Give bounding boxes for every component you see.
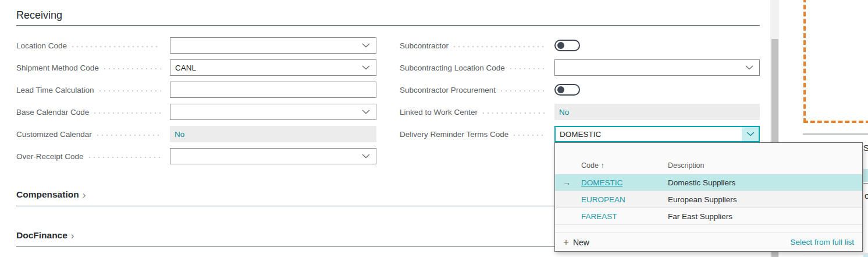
toggle-knob: [557, 42, 564, 49]
field-row-delivery-reminder-terms-code: Delivery Reminder Terms Code DOMESTIC: [400, 126, 760, 142]
location-code-label: Location Code: [16, 41, 67, 50]
clipped-divider-fragment: [863, 183, 868, 184]
shipment-method-code-combobox[interactable]: CANL: [170, 59, 376, 76]
dotted-leader: [104, 68, 161, 69]
select-from-full-list-link[interactable]: Select from full list: [790, 238, 854, 247]
row-code-link[interactable]: DOMESTIC: [581, 178, 622, 187]
dotted-leader: [483, 112, 545, 114]
dotted-leader: [94, 112, 161, 114]
orange-dashed-highlight-border: [803, 0, 868, 123]
toggle-knob: [557, 86, 564, 93]
clipped-factbox-text: St: [863, 143, 868, 153]
row-code-link[interactable]: EUROPEAN: [581, 195, 625, 204]
shipment-method-code-label: Shipment Method Code: [16, 64, 99, 72]
receiving-left-column: Location Code Shipment Method Code CANL …: [16, 37, 376, 170]
field-row-customized-calendar: Customized Calendar No: [16, 126, 376, 142]
new-button[interactable]: + New: [563, 237, 589, 248]
subcontractor-label: Subcontractor: [400, 41, 449, 50]
lookup-row-fareast[interactable]: FAREAST Far East Suppliers: [555, 208, 862, 225]
description-column-header[interactable]: Description: [668, 161, 862, 170]
delivery-reminder-terms-lookup-dropdown: Code ↑ Description → DOMESTIC Domestic S…: [554, 142, 863, 252]
clipped-factbox-text: o: [865, 191, 868, 200]
subcontracting-location-code-combobox[interactable]: [554, 59, 760, 76]
subcontractor-procurement-toggle[interactable]: [554, 84, 580, 96]
chevron-down-icon[interactable]: [362, 43, 370, 48]
factbox-divider-line: [803, 133, 868, 135]
field-row-subcontracting-location-code: Subcontracting Location Code: [400, 59, 760, 76]
chevron-right-icon: ›: [83, 189, 86, 200]
dotted-leader: [89, 157, 161, 158]
field-row-location-code: Location Code: [16, 37, 376, 54]
delivery-reminder-terms-code-label: Delivery Reminder Terms Code: [400, 130, 508, 139]
field-row-subcontractor: Subcontractor: [400, 37, 760, 54]
customized-calendar-value-field[interactable]: No: [170, 126, 376, 142]
clipped-bottom-cyan-fragment: [863, 255, 868, 257]
dotted-leader: [97, 135, 161, 136]
base-calendar-code-label: Base Calendar Code: [16, 108, 89, 117]
field-row-subcontractor-procurement: Subcontractor Procurement: [400, 82, 760, 98]
row-description: Domestic Suppliers: [668, 178, 862, 187]
dotted-leader: [510, 68, 545, 69]
linked-to-work-center-label: Linked to Work Center: [400, 108, 478, 117]
chevron-down-icon[interactable]: [745, 65, 753, 70]
row-description: European Suppliers: [668, 195, 862, 204]
subcontractor-toggle[interactable]: [554, 40, 580, 51]
customized-calendar-label: Customized Calendar: [16, 130, 92, 139]
lookup-footer: + New Select from full list: [555, 233, 862, 251]
chevron-down-icon[interactable]: [362, 110, 370, 114]
combobox-caret-button[interactable]: [742, 127, 759, 141]
chevron-right-icon: ›: [71, 230, 74, 241]
clipped-bottom-bar-fragment: [803, 253, 868, 255]
location-code-combobox[interactable]: [170, 37, 376, 54]
subcontractor-procurement-label: Subcontractor Procurement: [400, 86, 496, 94]
receiving-section-title: Receiving: [16, 9, 62, 21]
dotted-leader: [514, 135, 545, 136]
field-row-shipment-method-code: Shipment Method Code CANL: [16, 59, 376, 76]
dotted-leader: [501, 90, 545, 91]
base-calendar-code-combobox[interactable]: [170, 104, 376, 120]
receiving-section-header[interactable]: Receiving: [16, 9, 760, 26]
docfinance-section-title: DocFinance: [16, 230, 67, 240]
over-receipt-code-label: Over-Receipt Code: [16, 152, 84, 161]
clipped-selected-row-fragment: [863, 169, 868, 182]
row-code-link[interactable]: FAREAST: [581, 212, 617, 221]
lookup-row-domestic[interactable]: → DOMESTIC Domestic Suppliers: [555, 174, 862, 191]
sort-ascending-icon: ↑: [600, 161, 604, 170]
row-description: Far East Suppliers: [668, 212, 862, 221]
field-row-base-calendar-code: Base Calendar Code: [16, 104, 376, 120]
dotted-leader: [454, 46, 545, 47]
chevron-down-icon: [746, 132, 755, 136]
code-column-header[interactable]: Code ↑: [581, 161, 668, 170]
lookup-row-european[interactable]: EUROPEAN European Suppliers: [555, 191, 862, 208]
lead-time-calculation-label: Lead Time Calculation: [16, 86, 94, 94]
dotted-leader: [72, 46, 161, 47]
chevron-down-icon[interactable]: [362, 154, 370, 159]
field-row-over-receipt-code: Over-Receipt Code: [16, 148, 376, 164]
subcontracting-location-code-label: Subcontracting Location Code: [400, 64, 505, 72]
chevron-down-icon[interactable]: [362, 65, 370, 70]
delivery-reminder-terms-code-combobox[interactable]: DOMESTIC: [554, 126, 760, 142]
linked-to-work-center-value-field[interactable]: No: [554, 104, 760, 120]
lookup-rows: → DOMESTIC Domestic Suppliers EUROPEAN E…: [555, 174, 862, 225]
over-receipt-code-combobox[interactable]: [170, 148, 376, 164]
field-row-linked-to-work-center: Linked to Work Center No: [400, 104, 760, 120]
selected-row-arrow-icon: →: [555, 178, 581, 187]
lookup-column-headers: Code ↑ Description: [555, 157, 862, 174]
plus-icon: +: [563, 237, 569, 248]
compensation-section-title: Compensation: [16, 189, 79, 199]
field-row-lead-time-calculation: Lead Time Calculation: [16, 82, 376, 98]
dotted-leader: [99, 90, 161, 91]
receiving-right-column: Subcontractor Subcontracting Location Co…: [400, 37, 760, 148]
lead-time-calculation-input[interactable]: [170, 82, 376, 98]
